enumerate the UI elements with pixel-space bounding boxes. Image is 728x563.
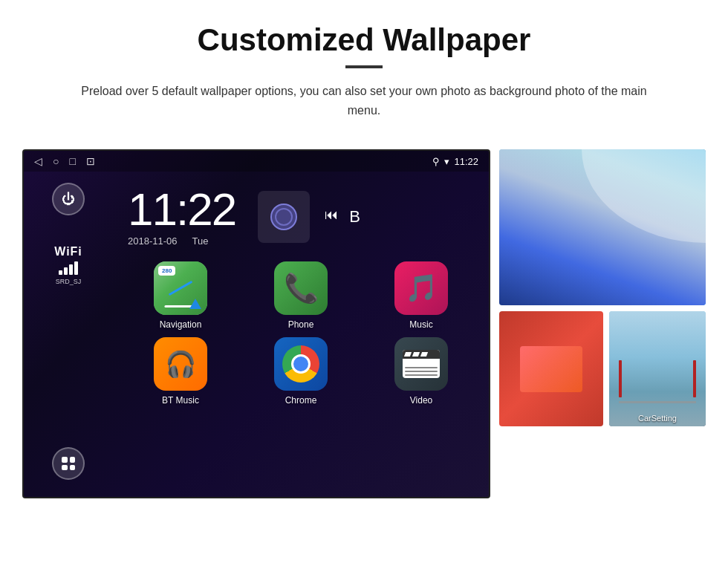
music-label: Music [409, 319, 432, 330]
carsetting-label: CarSetting [638, 414, 677, 423]
media-wifi-symbol [270, 204, 297, 230]
app-phone[interactable]: 📞 Phone [244, 261, 357, 330]
chrome-label: Chrome [285, 395, 317, 406]
bt-music-icon: 🎧 [154, 337, 207, 391]
clapperboard-icon [403, 350, 440, 378]
status-left: ◁ ○ □ ⊡ [34, 155, 95, 167]
android-screen: ◁ ○ □ ⊡ ⚲ ▾ 11:22 ⏻ WiFi [22, 149, 490, 498]
media-btn-row: ⏮ B [325, 207, 360, 227]
page-header: Customized Wallpaper Preload over 5 defa… [0, 0, 728, 134]
center-content: 11:22 2018-11-06 Tue ⏮ B [113, 172, 489, 491]
app-bt-music[interactable]: 🎧 BT Music [124, 337, 237, 406]
clock-time: 11:22 [128, 186, 235, 232]
power-icon: ⏻ [62, 192, 75, 207]
app-navigation[interactable]: 280 Navigation [124, 261, 237, 330]
bt-symbol: 🎧 [165, 349, 196, 379]
bridge-road [619, 401, 696, 403]
nav-arrow [189, 299, 201, 309]
status-right: ⚲ ▾ 11:22 [432, 156, 478, 167]
wifi-label: WiFi [54, 245, 82, 258]
app-music[interactable]: 🎵 Music [365, 261, 478, 330]
clock-area: 11:22 2018-11-06 Tue ⏮ B [120, 179, 481, 258]
bridge-tower-right [693, 360, 696, 397]
wifi-widget: WiFi SRD_SJ [54, 245, 82, 285]
clock-date-row: 2018-11-06 Tue [128, 235, 235, 247]
chrome-inner [291, 354, 311, 374]
page-title: Customized Wallpaper [59, 22, 669, 58]
app-chrome[interactable]: Chrome [244, 337, 357, 406]
nav-badge: 280 [158, 266, 175, 276]
phone-label: Phone [288, 319, 314, 330]
prev-track-icon[interactable]: ⏮ [325, 207, 338, 227]
status-time: 11:22 [454, 156, 478, 167]
video-label: Video [410, 395, 432, 406]
bt-music-label: BT Music [162, 395, 199, 406]
wifi-bar-3 [69, 264, 73, 275]
media-icon-box [258, 191, 310, 243]
navigation-label: Navigation [160, 319, 202, 330]
wifi-ssid: SRD_SJ [54, 278, 82, 285]
title-divider [345, 65, 383, 68]
content-area: ◁ ○ □ ⊡ ⚲ ▾ 11:22 ⏻ WiFi [0, 134, 728, 521]
phone-icon: 📞 [274, 261, 328, 315]
app-grid: 280 Navigation 📞 Phone [120, 258, 481, 409]
recents-icon: □ [69, 155, 75, 167]
chrome-icon [274, 337, 328, 391]
page-subtitle: Preload over 5 default wallpaper options… [67, 82, 661, 120]
screen-body: ⏻ WiFi SRD_SJ [24, 172, 489, 491]
wifi-bar-4 [74, 261, 78, 275]
clock-day: Tue [192, 235, 209, 247]
back-icon: ◁ [34, 155, 42, 167]
wallpaper-thumbnails: CarSetting [490, 149, 706, 426]
nav-badge-text: 280 [162, 267, 172, 274]
wallpaper-ice[interactable] [499, 149, 706, 305]
power-button[interactable]: ⏻ [52, 183, 85, 215]
music-note: 🎵 [405, 273, 438, 304]
navigation-icon: 280 [154, 261, 207, 315]
apps-grid-icon [62, 457, 75, 470]
home-icon: ○ [53, 155, 59, 167]
wifi-bars [54, 261, 82, 275]
location-icon: ⚲ [432, 156, 440, 167]
thumb-bottom-row: CarSetting [499, 311, 706, 426]
status-bar: ◁ ○ □ ⊡ ⚲ ▾ 11:22 [24, 151, 489, 172]
track-label: B [349, 207, 360, 227]
left-sidebar: ⏻ WiFi SRD_SJ [24, 172, 113, 491]
wallpaper-pink[interactable] [499, 311, 603, 426]
phone-shape: 📞 [284, 272, 319, 305]
wifi-status-icon: ▾ [444, 156, 449, 167]
apps-button[interactable] [52, 447, 85, 480]
wifi-bar-1 [59, 270, 62, 275]
music-icon: 🎵 [394, 261, 448, 315]
bridge-tower-left [619, 360, 622, 397]
clock-date: 2018-11-06 [128, 235, 178, 247]
wallpaper-bridge[interactable]: CarSetting [609, 311, 706, 426]
app-video[interactable]: Video [365, 337, 478, 406]
media-controls [258, 191, 310, 243]
screenshot-icon: ⊡ [86, 155, 95, 167]
wifi-bar-2 [64, 267, 68, 275]
video-icon [394, 337, 448, 391]
chrome-ring [282, 345, 319, 383]
